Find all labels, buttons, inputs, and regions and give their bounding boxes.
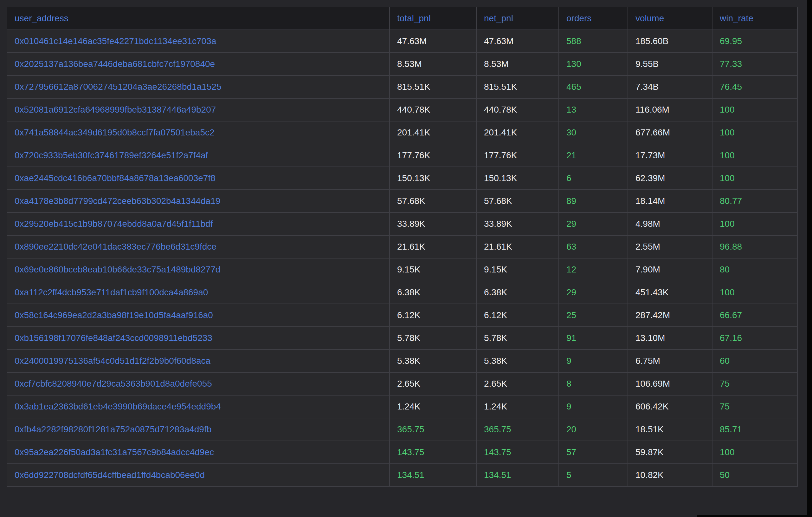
- cell-total_pnl: 365.75: [389, 418, 476, 441]
- cell-volume: 13.10M: [628, 327, 712, 350]
- cell-orders: 89: [559, 190, 628, 213]
- table-row: 0xfb4a2282f98280f1281a752a0875d71283a4d9…: [7, 418, 798, 441]
- user-address-link[interactable]: 0x720c933b5eb30fc37461789ef3264e51f2a7f4…: [7, 144, 389, 167]
- table-row: 0x6dd922708dcfdf65d4cffbead1ffd4bcab06ee…: [7, 464, 798, 487]
- user-address-link[interactable]: 0x95a2ea226f50ad3a1fc31a7567c9b84adcc4d9…: [7, 441, 389, 464]
- user-address-link[interactable]: 0x69e0e860bceb8eab10b66de33c75a1489bd827…: [7, 258, 389, 281]
- table-body: 0x010461c14e146ac35fe42271bdc1134ee31c70…: [7, 30, 798, 487]
- cell-orders: 8: [559, 372, 628, 395]
- cell-net_pnl: 6.12K: [476, 304, 559, 327]
- cell-total_pnl: 9.15K: [389, 258, 476, 281]
- cell-total_pnl: 6.12K: [389, 304, 476, 327]
- table-row: 0x69e0e860bceb8eab10b66de33c75a1489bd827…: [7, 258, 798, 281]
- cell-win_rate: 60: [712, 350, 798, 372]
- cell-volume: 185.60B: [628, 30, 712, 53]
- cell-net_pnl: 21.61K: [476, 235, 559, 258]
- table-row: 0x2400019975136af54c0d51d1f2f2b9b0f60d8a…: [7, 350, 798, 372]
- user-address-link[interactable]: 0x3ab1ea2363bd61eb4e3990b69dace4e954edd9…: [7, 395, 389, 418]
- cell-total_pnl: 201.41K: [389, 121, 476, 144]
- cell-net_pnl: 440.78K: [476, 98, 559, 121]
- cell-total_pnl: 33.89K: [389, 213, 476, 235]
- cell-orders: 25: [559, 304, 628, 327]
- cell-volume: 7.34B: [628, 76, 712, 98]
- user-address-link[interactable]: 0x2025137a136bea7446deba681cbfc7cf197084…: [7, 53, 389, 76]
- cell-win_rate: 100: [712, 167, 798, 190]
- cell-win_rate: 50: [712, 464, 798, 487]
- cell-win_rate: 80.77: [712, 190, 798, 213]
- cell-total_pnl: 815.51K: [389, 76, 476, 98]
- column-header-net_pnl[interactable]: net_pnl: [476, 7, 559, 30]
- cell-total_pnl: 21.61K: [389, 235, 476, 258]
- column-header-volume[interactable]: volume: [628, 7, 712, 30]
- user-address-link[interactable]: 0xb156198f17076fe848af243ccd0098911ebd52…: [7, 327, 389, 350]
- user-address-link[interactable]: 0x010461c14e146ac35fe42271bdc1134ee31c70…: [7, 30, 389, 53]
- cell-win_rate: 100: [712, 144, 798, 167]
- user-address-link[interactable]: 0x2400019975136af54c0d51d1f2f2b9b0f60d8a…: [7, 350, 389, 372]
- user-address-link[interactable]: 0x52081a6912cfa64968999fbeb31387446a49b2…: [7, 98, 389, 121]
- cell-win_rate: 80: [712, 258, 798, 281]
- cell-orders: 91: [559, 327, 628, 350]
- cell-win_rate: 69.95: [712, 30, 798, 53]
- user-address-link[interactable]: 0x727956612a8700627451204a3ae26268bd1a15…: [7, 76, 389, 98]
- table-row: 0x2025137a136bea7446deba681cbfc7cf197084…: [7, 53, 798, 76]
- column-header-orders[interactable]: orders: [559, 7, 628, 30]
- table-row: 0x3ab1ea2363bd61eb4e3990b69dace4e954edd9…: [7, 395, 798, 418]
- column-header-user_address[interactable]: user_address: [7, 7, 389, 30]
- cell-win_rate: 96.88: [712, 235, 798, 258]
- cell-orders: 57: [559, 441, 628, 464]
- cell-total_pnl: 177.76K: [389, 144, 476, 167]
- user-address-link[interactable]: 0xfb4a2282f98280f1281a752a0875d71283a4d9…: [7, 418, 389, 441]
- header-row: user_addresstotal_pnlnet_pnlordersvolume…: [7, 7, 798, 30]
- table-row: 0x720c933b5eb30fc37461789ef3264e51f2a7f4…: [7, 144, 798, 167]
- table-row: 0xa112c2ff4dcb953e711daf1cb9f100dca4a869…: [7, 281, 798, 304]
- user-address-link[interactable]: 0x29520eb415c1b9b87074ebdd8a0a7d45f1f11b…: [7, 213, 389, 235]
- cell-orders: 29: [559, 281, 628, 304]
- cell-net_pnl: 8.53M: [476, 53, 559, 76]
- column-header-total_pnl[interactable]: total_pnl: [389, 7, 476, 30]
- cell-win_rate: 75: [712, 372, 798, 395]
- user-address-link[interactable]: 0xa4178e3b8d7799cd472ceeb63b302b4a1344da…: [7, 190, 389, 213]
- cell-win_rate: 100: [712, 98, 798, 121]
- cell-orders: 465: [559, 76, 628, 98]
- cell-orders: 29: [559, 213, 628, 235]
- cell-volume: 10.82K: [628, 464, 712, 487]
- cell-win_rate: 76.45: [712, 76, 798, 98]
- cell-volume: 18.14M: [628, 190, 712, 213]
- cell-net_pnl: 815.51K: [476, 76, 559, 98]
- table-row: 0xa4178e3b8d7799cd472ceeb63b302b4a1344da…: [7, 190, 798, 213]
- cell-volume: 2.55M: [628, 235, 712, 258]
- user-address-link[interactable]: 0x890ee2210dc42e041dac383ec776be6d31c9fd…: [7, 235, 389, 258]
- cell-volume: 4.98M: [628, 213, 712, 235]
- cell-orders: 20: [559, 418, 628, 441]
- cell-win_rate: 100: [712, 121, 798, 144]
- cell-win_rate: 67.16: [712, 327, 798, 350]
- table-row: 0x741a58844ac349d6195d0b8ccf7fa07501eba5…: [7, 121, 798, 144]
- table-row: 0x890ee2210dc42e041dac383ec776be6d31c9fd…: [7, 235, 798, 258]
- user-address-link[interactable]: 0xcf7cbfc8208940e7d29ca5363b901d8a0defe0…: [7, 372, 389, 395]
- cell-total_pnl: 47.63M: [389, 30, 476, 53]
- column-header-win_rate[interactable]: win_rate: [712, 7, 798, 30]
- cell-volume: 606.42K: [628, 395, 712, 418]
- cell-volume: 9.55B: [628, 53, 712, 76]
- user-address-link[interactable]: 0x58c164c969ea2d2a3ba98f19e10d5fa4aaf916…: [7, 304, 389, 327]
- table-row: 0x727956612a8700627451204a3ae26268bd1a15…: [7, 76, 798, 98]
- user-address-link[interactable]: 0x6dd922708dcfdf65d4cffbead1ffd4bcab06ee…: [7, 464, 389, 487]
- table-row: 0x010461c14e146ac35fe42271bdc1134ee31c70…: [7, 30, 798, 53]
- window-edge-bottom-right: [697, 515, 812, 517]
- user-address-link[interactable]: 0xae2445cdc416b6a70bbf84a8678a13ea6003e7…: [7, 167, 389, 190]
- user-address-link[interactable]: 0xa112c2ff4dcb953e711daf1cb9f100dca4a869…: [7, 281, 389, 304]
- cell-orders: 30: [559, 121, 628, 144]
- cell-volume: 62.39M: [628, 167, 712, 190]
- cell-net_pnl: 150.13K: [476, 167, 559, 190]
- cell-volume: 7.90M: [628, 258, 712, 281]
- cell-orders: 588: [559, 30, 628, 53]
- cell-net_pnl: 134.51: [476, 464, 559, 487]
- cell-total_pnl: 2.65K: [389, 372, 476, 395]
- cell-total_pnl: 5.78K: [389, 327, 476, 350]
- cell-orders: 5: [559, 464, 628, 487]
- table-row: 0x58c164c969ea2d2a3ba98f19e10d5fa4aaf916…: [7, 304, 798, 327]
- cell-net_pnl: 177.76K: [476, 144, 559, 167]
- user-address-link[interactable]: 0x741a58844ac349d6195d0b8ccf7fa07501eba5…: [7, 121, 389, 144]
- cell-net_pnl: 9.15K: [476, 258, 559, 281]
- cell-net_pnl: 6.38K: [476, 281, 559, 304]
